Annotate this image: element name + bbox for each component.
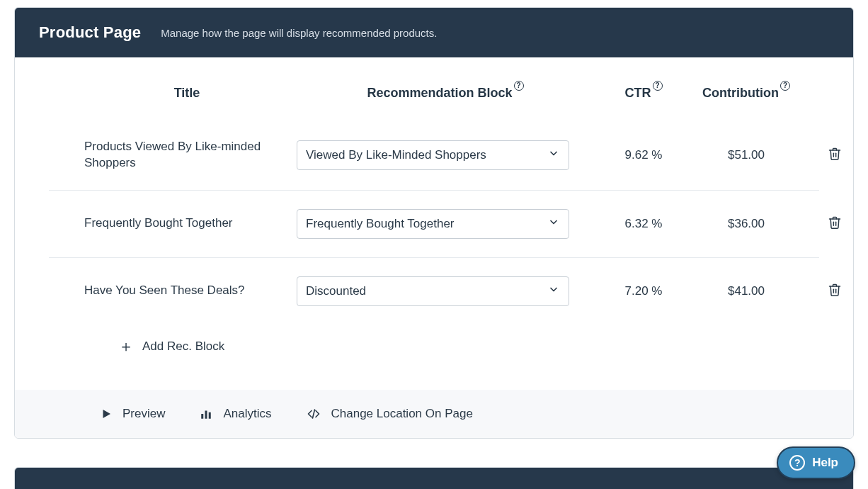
table-body: Products Viewed By Like-minded Shoppers … [49, 120, 819, 325]
col-title: Title [84, 86, 290, 101]
recommendation-block-select[interactable]: Viewed By Like-Minded Shoppers [297, 140, 569, 170]
row-title: Products Viewed By Like-minded Shoppers [84, 139, 290, 172]
table-row: Frequently Bought Together Frequently Bo… [49, 190, 819, 257]
help-icon[interactable]: ? [514, 80, 524, 91]
delete-button[interactable] [825, 144, 845, 166]
bar-chart-icon [199, 408, 213, 420]
ctr-value: 6.32 % [601, 217, 686, 231]
play-icon [100, 408, 113, 420]
table-header: Title Recommendation Block ? CTR ? Contr… [49, 86, 819, 120]
col-ctr-label: CTR [625, 86, 651, 101]
svg-rect-3 [209, 412, 211, 419]
product-page-card: Product Page Manage how the page will di… [14, 7, 854, 439]
preview-label: Preview [122, 407, 165, 421]
delete-button[interactable] [825, 280, 845, 302]
col-contribution: Contribution ? [693, 86, 799, 101]
page-title: Product Page [39, 23, 141, 42]
recommendation-block-select[interactable]: Discounted [297, 276, 569, 306]
help-icon[interactable]: ? [780, 80, 790, 91]
select-value: Viewed By Like-Minded Shoppers [306, 148, 486, 162]
col-ctr: CTR ? [601, 86, 686, 101]
col-block: Recommendation Block ? [297, 86, 594, 101]
plus-icon: ＋ [118, 339, 134, 354]
svg-rect-1 [202, 414, 204, 419]
svg-rect-2 [205, 410, 207, 418]
contribution-value: $41.00 [693, 284, 799, 298]
help-icon[interactable]: ? [653, 80, 663, 91]
row-title: Frequently Bought Together [84, 215, 290, 232]
contribution-value: $36.00 [693, 217, 799, 231]
preview-button[interactable]: Preview [49, 407, 165, 421]
trash-icon [828, 288, 842, 299]
select-value: Discounted [306, 284, 366, 298]
recommendation-table: Title Recommendation Block ? CTR ? Contr… [15, 57, 853, 390]
table-row: Have You Seen These Deals? Discounted 7.… [49, 257, 819, 325]
add-rec-block-button[interactable]: ＋ Add Rec. Block [118, 339, 224, 354]
page-subtitle: Manage how the page will display recomme… [161, 27, 437, 39]
trash-icon [828, 221, 842, 232]
col-contribution-label: Contribution [702, 86, 779, 101]
col-title-label: Title [174, 86, 200, 101]
change-location-button[interactable]: Change Location On Page [306, 407, 473, 421]
add-rec-block-label: Add Rec. Block [142, 339, 224, 354]
recommendation-block-select[interactable]: Frequently Bought Together [297, 209, 569, 239]
select-value: Frequently Bought Together [306, 217, 455, 231]
next-card [14, 467, 854, 489]
contribution-value: $51.00 [693, 148, 799, 162]
row-title: Have You Seen These Deals? [84, 283, 290, 299]
ctr-value: 7.20 % [601, 284, 686, 298]
svg-marker-0 [103, 410, 111, 418]
delete-button[interactable] [825, 213, 845, 235]
change-location-label: Change Location On Page [331, 407, 473, 421]
trash-icon [828, 152, 842, 163]
analytics-button[interactable]: Analytics [199, 407, 271, 421]
help-icon: ? [789, 455, 805, 471]
code-icon [306, 408, 321, 420]
ctr-value: 9.62 % [601, 148, 686, 162]
card-header: Product Page Manage how the page will di… [15, 8, 853, 57]
svg-line-4 [312, 410, 314, 418]
help-label: Help [812, 456, 838, 470]
table-row: Products Viewed By Like-minded Shoppers … [49, 120, 819, 190]
help-button[interactable]: ? Help [777, 446, 855, 479]
card-footer: Preview Analytics Change Location On Pag… [15, 390, 853, 438]
analytics-label: Analytics [223, 407, 271, 421]
col-block-label: Recommendation Block [367, 86, 512, 101]
